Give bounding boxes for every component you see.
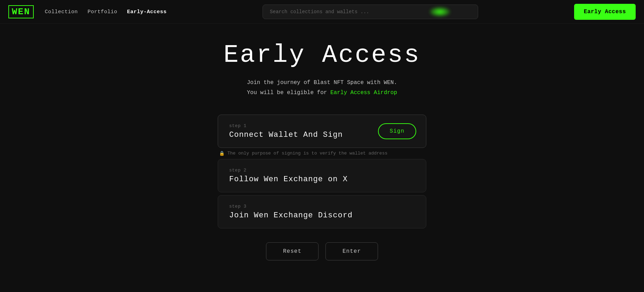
step-card-2: step 2 Follow Wen Exchange on X — [218, 159, 426, 192]
page-title: Early Access — [224, 41, 420, 69]
navbar-left: WEN Collection Portfolio Early-Access — [8, 5, 167, 18]
action-buttons: Reset Enter — [266, 242, 378, 260]
main-content: Early Access Join the journey of Blast N… — [0, 24, 644, 260]
step-note-text: The only purpose of signing is to verify… — [227, 151, 387, 156]
nav-link-early-access[interactable]: Early-Access — [127, 9, 167, 15]
early-access-cta-button[interactable]: Early Access — [574, 4, 636, 20]
subtitle-line2: You will be eligible for — [247, 90, 330, 96]
search-input[interactable] — [263, 5, 478, 19]
reset-button[interactable]: Reset — [266, 242, 319, 260]
step-label-3: step 3 — [229, 204, 415, 209]
hero-subtitle: Join the journey of Blast NFT Space with… — [247, 78, 397, 98]
subtitle-highlight: Early Access Airdrop — [330, 90, 397, 96]
search-container — [263, 5, 478, 19]
lock-emoji: 🔒 — [219, 151, 225, 156]
enter-button[interactable]: Enter — [325, 242, 378, 260]
nav-item-collection[interactable]: Collection — [45, 9, 78, 15]
step-title-2: Follow Wen Exchange on X — [229, 175, 415, 184]
nav-link-portfolio[interactable]: Portfolio — [88, 9, 118, 15]
step-label-2: step 2 — [229, 168, 415, 173]
nav-item-portfolio[interactable]: Portfolio — [88, 9, 118, 15]
navbar: WEN Collection Portfolio Early-Access Ea… — [0, 0, 644, 24]
nav-links: Collection Portfolio Early-Access — [45, 9, 167, 15]
nav-link-collection[interactable]: Collection — [45, 9, 78, 15]
sign-button[interactable]: Sign — [378, 123, 416, 139]
step-card-1: step 1 Connect Wallet And Sign Sign — [218, 115, 426, 148]
step-title-3: Join Wen Exchange Discord — [229, 211, 415, 220]
subtitle-line1: Join the journey of Blast NFT Space with… — [247, 80, 397, 86]
logo[interactable]: WEN — [8, 5, 34, 18]
step-note-1: 🔒 The only purpose of signing is to veri… — [218, 151, 426, 156]
step-card-3: step 3 Join Wen Exchange Discord — [218, 195, 426, 228]
steps-container: step 1 Connect Wallet And Sign Sign 🔒 Th… — [218, 115, 426, 231]
nav-item-early-access[interactable]: Early-Access — [127, 9, 167, 15]
